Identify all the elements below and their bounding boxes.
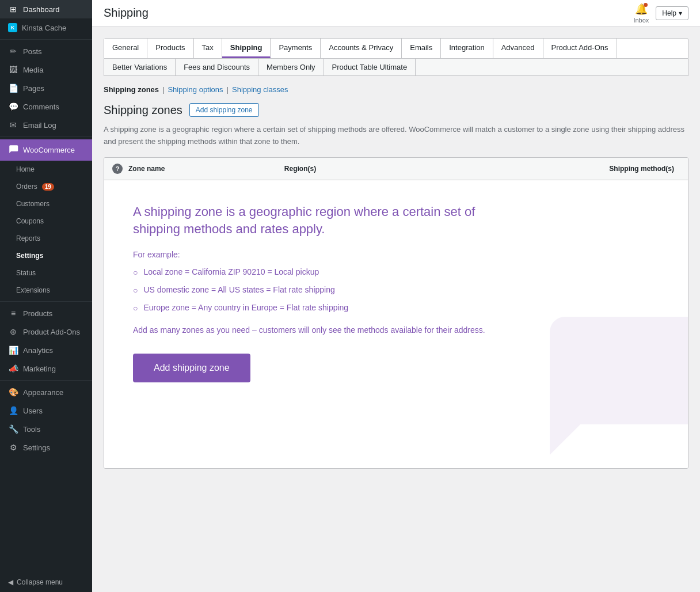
tab-advanced[interactable]: Advanced: [493, 39, 543, 58]
woocommerce-watermark: [527, 294, 688, 468]
sidebar-item-label: Posts: [23, 47, 42, 56]
sidebar-item-woocommerce[interactable]: WooCommerce: [0, 139, 92, 161]
sidebar-subitem-home[interactable]: Home: [0, 161, 92, 178]
sidebar-item-products[interactable]: ≡ Products: [0, 304, 92, 322]
topbar: Shipping 🔔 Inbox Help ▾: [92, 0, 700, 26]
products-icon: ≡: [8, 309, 18, 318]
email-log-icon: ✉: [8, 120, 18, 130]
sidebar-item-label: Product Add-Ons: [23, 328, 80, 336]
kinsta-icon: K: [8, 23, 17, 32]
tab-general[interactable]: General: [104, 39, 147, 58]
sidebar-item-tools[interactable]: 🔧 Tools: [0, 420, 92, 438]
bell-icon: 🔔: [635, 3, 648, 16]
sidebar-subitem-status[interactable]: Status: [0, 264, 92, 282]
sidebar-subitem-orders[interactable]: Orders 19: [0, 178, 92, 195]
sidebar-item-label: Media: [23, 66, 43, 74]
sidebar-item-product-addons[interactable]: ⊕ Product Add-Ons: [0, 322, 92, 341]
chevron-down-icon: ▾: [679, 9, 682, 17]
sidebar: ⊞ Dashboard K Kinsta Cache ✏ Posts 🖼 Med…: [0, 0, 92, 592]
sidebar-item-pages[interactable]: 📄 Pages: [0, 79, 92, 97]
label: Reports: [16, 234, 40, 242]
tab-product-addons[interactable]: Product Add-Ons: [543, 39, 617, 58]
woocommerce-icon: [8, 144, 18, 156]
content-area: General Products Tax Shipping Payments A…: [92, 26, 700, 592]
media-icon: 🖼: [8, 65, 18, 74]
tab-tax[interactable]: Tax: [194, 39, 222, 58]
sidebar-item-label: Pages: [23, 84, 44, 93]
page-title: Shipping: [104, 6, 149, 20]
settings-icon: ⚙: [8, 443, 18, 452]
collapse-menu[interactable]: ◀ Collapse menu: [0, 572, 92, 592]
sidebar-item-kinsta[interactable]: K Kinsta Cache: [0, 18, 92, 37]
help-label: Help: [662, 9, 676, 17]
tab2-fees-discounts[interactable]: Fees and Discounts: [176, 59, 258, 75]
sidebar-item-label: Kinsta Cache: [22, 24, 66, 32]
label: Coupons: [16, 217, 44, 225]
subnav-shipping-options[interactable]: Shipping options: [168, 85, 223, 94]
collapse-icon: ◀: [8, 578, 13, 586]
sidebar-item-email-log[interactable]: ✉ Email Log: [0, 116, 92, 134]
subnav-sep-1: |: [162, 85, 164, 94]
tab-products[interactable]: Products: [147, 39, 193, 58]
sidebar-item-label: Products: [23, 309, 52, 318]
page-heading: Shipping zones Add shipping zone: [104, 103, 688, 117]
sidebar-subitem-settings[interactable]: Settings: [0, 247, 92, 264]
marketing-icon: 📣: [8, 364, 18, 373]
pages-icon: 📄: [8, 84, 18, 93]
help-button[interactable]: Help ▾: [656, 6, 688, 20]
sidebar-subitem-customers[interactable]: Customers: [0, 195, 92, 212]
analytics-icon: 📊: [8, 346, 18, 355]
label: Home: [16, 165, 35, 173]
inbox-label: Inbox: [633, 17, 649, 24]
appearance-icon: 🎨: [8, 388, 18, 397]
sidebar-item-users[interactable]: 👤 Users: [0, 401, 92, 420]
description: A shipping zone is a geographic region w…: [104, 124, 688, 148]
sidebar-item-label: WooCommerce: [23, 146, 75, 154]
add-shipping-zone-top-button[interactable]: Add shipping zone: [189, 103, 259, 117]
tab2-product-table[interactable]: Product Table Ultimate: [324, 59, 416, 75]
sidebar-item-label: Tools: [23, 425, 40, 434]
sidebar-item-appearance[interactable]: 🎨 Appearance: [0, 383, 92, 401]
main-area: Shipping 🔔 Inbox Help ▾ General Products…: [92, 0, 700, 592]
col-methods: Shipping method(s): [518, 165, 680, 173]
sidebar-item-marketing[interactable]: 📣 Marketing: [0, 359, 92, 378]
sidebar-item-media[interactable]: 🖼 Media: [0, 60, 92, 79]
notification-dot: [644, 3, 648, 7]
dashboard-icon: ⊞: [8, 5, 18, 14]
sidebar-item-dashboard[interactable]: ⊞ Dashboard: [0, 0, 92, 18]
tab2-members-only[interactable]: Members Only: [258, 59, 324, 75]
comments-icon: 💬: [8, 102, 18, 111]
posts-icon: ✏: [8, 47, 18, 56]
tab-shipping[interactable]: Shipping: [222, 39, 271, 58]
label: Status: [16, 269, 36, 277]
sidebar-subitem-coupons[interactable]: Coupons: [0, 212, 92, 230]
tab-payments[interactable]: Payments: [271, 39, 321, 58]
orders-badge: 19: [42, 183, 54, 191]
tab2-better-variations[interactable]: Better Variations: [104, 59, 176, 75]
product-addons-icon: ⊕: [8, 327, 18, 336]
tab-integration[interactable]: Integration: [441, 39, 493, 58]
table-header: ? Zone name Region(s) Shipping method(s): [104, 158, 688, 180]
tab-emails[interactable]: Emails: [402, 39, 441, 58]
sidebar-item-comments[interactable]: 💬 Comments: [0, 97, 92, 116]
sidebar-item-posts[interactable]: ✏ Posts: [0, 42, 92, 60]
sidebar-subitem-reports[interactable]: Reports: [0, 230, 92, 247]
subnav-shipping-zones[interactable]: Shipping zones: [104, 85, 159, 94]
tab-accounts-privacy[interactable]: Accounts & Privacy: [321, 39, 402, 58]
example-2: US domestic zone = All US states = Flat …: [133, 285, 659, 295]
sidebar-item-label: Email Log: [23, 121, 56, 130]
empty-state-heading: A shipping zone is a geographic region w…: [133, 203, 490, 239]
subnav-shipping-classes[interactable]: Shipping classes: [232, 85, 288, 94]
sidebar-item-label: Users: [23, 407, 43, 415]
sidebar-subitem-extensions[interactable]: Extensions: [0, 282, 92, 299]
shipping-zones-title: Shipping zones: [104, 104, 182, 117]
sidebar-item-label: Comments: [23, 103, 59, 111]
sidebar-item-label: Settings: [23, 443, 50, 452]
collapse-label: Collapse menu: [17, 578, 63, 586]
sidebar-item-settings[interactable]: ⚙ Settings: [0, 438, 92, 457]
add-shipping-zone-button[interactable]: Add shipping zone: [133, 354, 250, 382]
examples-list: Local zone = California ZIP 90210 = Loca…: [133, 267, 659, 313]
sidebar-item-analytics[interactable]: 📊 Analytics: [0, 341, 92, 359]
inbox-button[interactable]: 🔔 Inbox: [633, 3, 649, 24]
help-icon[interactable]: ?: [112, 164, 123, 174]
